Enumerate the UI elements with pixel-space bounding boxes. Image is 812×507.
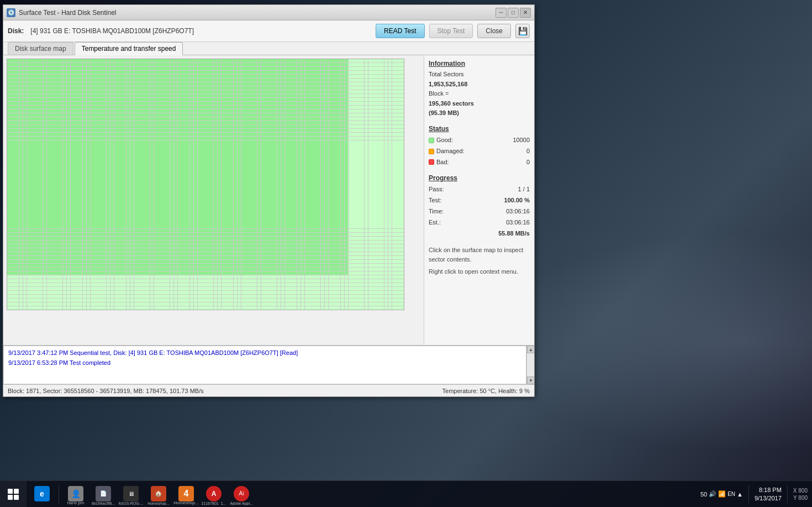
window-title: Surface Test - Hard Disk Sentinel [19, 9, 117, 17]
notif-icon-4[interactable]: EN [727, 491, 735, 497]
status-bar-right: Temperature: 50 °C, Health: 9 % [269, 388, 530, 394]
save-button[interactable]: 💾 [515, 24, 530, 38]
taskbar-app-edge[interactable]: e [29, 481, 55, 508]
start-button[interactable] [0, 481, 27, 508]
app7-icon: Ai [234, 486, 249, 501]
app-label-5: Homeshop... [173, 500, 199, 505]
damaged-dot [429, 149, 434, 154]
speed-row: 55.88 MB/s [429, 228, 530, 239]
window-icon: 💿 [7, 8, 15, 17]
stop-test-button[interactable]: Stop Test [429, 24, 473, 38]
taskbar-app-4[interactable]: 🏠 Homeshop... [145, 481, 172, 508]
title-controls: ─ □ ✕ [495, 8, 531, 18]
notif-chevron[interactable]: ▲ [737, 491, 743, 498]
bad-row: Bad: 0 [429, 157, 530, 168]
notif-icon-1[interactable]: 50 [700, 491, 707, 498]
main-content: Information Total Sectors 1,953,525,168 … [3, 55, 534, 396]
damaged-label: Damaged: [436, 146, 470, 157]
app6-icon: A [206, 486, 222, 501]
taskbar-separator-3 [787, 485, 788, 503]
bad-value: 0 [526, 157, 530, 168]
status-section: Status Good: 10000 Damaged: 0 Bad: [429, 125, 530, 168]
block-value: 195,360 sectors [429, 99, 530, 109]
title-bar: 💿 Surface Test - Hard Disk Sentinel ─ □ … [3, 5, 534, 20]
clock-date: 9/13/2017 [755, 494, 782, 502]
tab-temperature[interactable]: Temperature and transfer speed [75, 42, 183, 55]
test-row: Test: 100.00 % [429, 195, 530, 206]
pass-value: 1 / 1 [518, 184, 530, 195]
x-coord: X 800 [793, 487, 808, 494]
progress-title: Progress [429, 174, 530, 182]
taskbar-app-3[interactable]: 🖥 ASUS-ROG-... [118, 481, 144, 508]
taskbar-app-7[interactable]: Ai Adobe Appl... [228, 481, 255, 508]
photo-icon: 👤 [68, 486, 83, 501]
damaged-row: Damaged: 0 [429, 146, 530, 157]
app3-icon: 🖥 [123, 486, 139, 501]
maximize-button[interactable]: □ [508, 8, 519, 18]
taskbar-app-6[interactable]: A 21167801_1... [201, 481, 227, 508]
taskbar-app-5[interactable]: 4 Homeshop... [173, 481, 199, 508]
read-test-button[interactable]: READ Test [376, 24, 424, 38]
surface-map-container [3, 55, 424, 345]
scroll-up-button[interactable]: ▲ [527, 346, 534, 353]
side-panel: Information Total Sectors 1,953,525,168 … [424, 55, 534, 345]
est-value: 03:06:16 [506, 217, 530, 228]
surface-map[interactable] [7, 59, 404, 310]
progress-section: Progress Pass: 1 / 1 Test: 100.00 % Time… [429, 174, 530, 239]
taskbar-right: 50 🔊 📶 EN ▲ 8:18 PM 9/13/2017 X 800 Y 80… [696, 485, 812, 503]
y-coord: Y 800 [793, 494, 808, 501]
bad-dot [429, 159, 434, 165]
scroll-down-button[interactable]: ▼ [527, 377, 534, 384]
bad-label: Bad: [436, 157, 470, 168]
log-area-container: 9/13/2017 3:47:12 PM Sequential test, Di… [3, 345, 534, 384]
est-row: Est.: 03:06:16 [429, 217, 530, 228]
tab-bar: Disk surface map Temperature and transfe… [3, 42, 534, 55]
hint-text-1: Click on the surface map to inspect sect… [429, 245, 530, 264]
total-sectors-label: Total Sectors [429, 70, 530, 80]
status-title: Status [429, 125, 530, 133]
scroll-track [527, 353, 534, 377]
app-label-2: 9b164ac9f8... [90, 501, 117, 505]
total-sectors-value: 1,953,525,168 [429, 80, 530, 90]
clock[interactable]: 8:18 PM 9/13/2017 [755, 486, 782, 502]
notif-icon-2[interactable]: 🔊 [709, 490, 716, 498]
notification-area: 50 🔊 📶 EN ▲ [700, 490, 743, 498]
clock-time: 8:18 PM [755, 486, 782, 494]
app-label-6: 21167801_1... [201, 501, 227, 505]
taskbar-app-2[interactable]: 📄 9b164ac9f8... [90, 481, 117, 508]
status-bar: Block: 1871, Sector: 365518560 - 3657139… [3, 384, 534, 396]
notif-icon-3[interactable]: 📶 [718, 490, 726, 498]
good-label: Good: [436, 135, 470, 146]
info-title: Information [429, 60, 530, 67]
app-label-7: Adobe Appl... [228, 501, 255, 505]
good-value: 10000 [513, 135, 530, 146]
title-bar-left: 💿 Surface Test - Hard Disk Sentinel [7, 8, 117, 17]
taskbar-apps: e 👤 haris pm 📄 9b164ac9f8... 🖥 ASUS-ROG-… [27, 481, 696, 508]
disk-label: Disk: [8, 27, 24, 35]
damaged-value: 0 [526, 146, 530, 157]
good-dot [429, 138, 434, 143]
log-area[interactable]: 9/13/2017 3:47:12 PM Sequential test, Di… [3, 346, 526, 384]
test-value: 100.00 % [504, 195, 530, 206]
log-scrollbar: ▲ ▼ [526, 346, 534, 384]
tab-surface-map[interactable]: Disk surface map [8, 42, 73, 55]
hint-text-2: Right click to open context menu. [429, 267, 530, 276]
time-label: Time: [429, 206, 444, 217]
coordinates-display: X 800 Y 800 [793, 487, 808, 501]
speed-value: 55.88 MB/s [498, 228, 530, 239]
map-and-side: Information Total Sectors 1,953,525,168 … [3, 55, 534, 345]
edge-icon: e [34, 486, 50, 501]
close-button[interactable]: Close [477, 24, 511, 38]
window-close-button[interactable]: ✕ [520, 8, 531, 18]
taskbar-app-photo[interactable]: 👤 haris pm [62, 481, 89, 508]
save-icon: 💾 [518, 27, 528, 35]
log-entry-1: 9/13/2017 3:47:12 PM Sequential test, Di… [8, 348, 521, 358]
block-label: Block = [429, 89, 530, 99]
minimize-button[interactable]: ─ [495, 8, 507, 18]
information-section: Information Total Sectors 1,953,525,168 … [429, 60, 530, 118]
surface-grid [7, 59, 404, 310]
app2-icon: 📄 [96, 486, 111, 501]
time-value: 03:06:16 [506, 206, 530, 217]
pass-label: Pass: [429, 184, 444, 195]
app5-icon: 4 [178, 486, 194, 501]
